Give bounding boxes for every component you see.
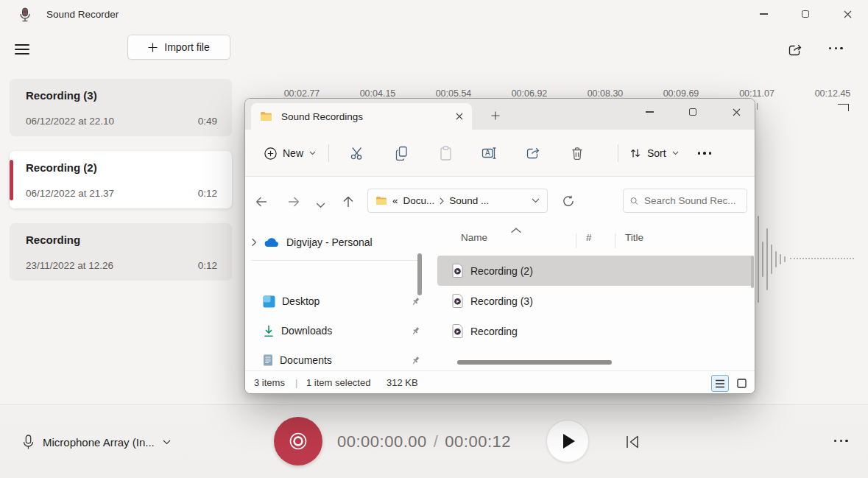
column-header-number[interactable]: #: [586, 232, 592, 243]
recording-name: Recording (3): [26, 89, 97, 102]
timeline-label: 00:04.15: [360, 88, 396, 99]
refresh-button[interactable]: [560, 193, 577, 209]
large-icons-view-toggle[interactable]: [733, 375, 750, 392]
transport-more-button[interactable]: [834, 440, 848, 442]
cut-button[interactable]: [344, 140, 370, 166]
status-divider: |: [295, 377, 297, 388]
search-box[interactable]: [623, 189, 747, 213]
rename-button[interactable]: A: [476, 140, 502, 166]
share-button[interactable]: [520, 140, 546, 166]
recorder-minimize-button[interactable]: [749, 1, 778, 27]
file-name: Recording (2): [470, 265, 533, 277]
up-icon[interactable]: [342, 195, 355, 208]
toolbar-more-button[interactable]: [691, 140, 718, 166]
list-scrollbar-thumb[interactable]: [751, 256, 754, 288]
delete-button[interactable]: [564, 140, 590, 166]
new-button[interactable]: New: [257, 140, 323, 166]
recording-date: 06/12/2022 at 21.37: [26, 188, 114, 199]
minimize-icon: [760, 13, 768, 14]
breadcrumb-sound-recordings[interactable]: Sound ...: [449, 195, 489, 206]
microphone-select[interactable]: Microphone Array (In...: [22, 429, 171, 455]
audio-file-icon: [452, 324, 463, 338]
maximize-icon: [802, 10, 809, 18]
column-header-title[interactable]: Title: [625, 232, 643, 243]
forward-icon[interactable]: [287, 195, 300, 208]
nav-label: Documents: [280, 354, 332, 366]
nav-item-documents[interactable]: Documents: [263, 350, 420, 370]
search-input[interactable]: [644, 195, 740, 206]
pin-icon: [411, 326, 420, 336]
nav-label: Desktop: [282, 295, 320, 307]
file-row-recording[interactable]: Recording: [437, 316, 753, 346]
microphone-label: Microphone Array (In...: [43, 436, 155, 449]
recording-item-3[interactable]: Recording 23/11/2022 at 12.26 0:12: [10, 223, 232, 281]
file-name: Recording: [470, 326, 518, 337]
new-tab-button[interactable]: [485, 106, 506, 125]
address-dropdown-chevron-icon[interactable]: [532, 198, 540, 203]
nav-scrollbar-thumb[interactable]: [417, 253, 422, 295]
tab-close-icon[interactable]: [456, 113, 463, 120]
recording-duration: 0:12: [198, 188, 217, 199]
time-display: 00:00:00.00 / 00:00:12: [337, 405, 511, 478]
copy-icon: [395, 146, 409, 161]
recording-duration: 0:49: [198, 116, 217, 127]
new-label: New: [283, 147, 303, 159]
play-icon: [562, 433, 576, 449]
back-icon[interactable]: [255, 195, 268, 208]
play-button[interactable]: [546, 420, 589, 463]
file-row-recording-3[interactable]: Recording (3): [437, 286, 753, 316]
waveform-silence-dots: [790, 258, 854, 259]
column-separator[interactable]: [576, 233, 576, 248]
record-button[interactable]: [274, 417, 322, 465]
documents-icon: [263, 354, 273, 366]
timeline-label: 00:05.54: [436, 88, 472, 99]
recent-locations-chevron-icon[interactable]: [316, 199, 325, 212]
nav-item-downloads[interactable]: Downloads: [263, 320, 420, 341]
column-separator[interactable]: [615, 233, 615, 248]
file-name: Recording (3): [470, 295, 533, 307]
time-total: 00:00:12: [445, 432, 511, 451]
recording-item-1[interactable]: Recording (3) 06/12/2022 at 22.10 0:49: [10, 79, 232, 136]
explorer-maximize-button[interactable]: [677, 99, 708, 125]
paste-button[interactable]: [432, 140, 459, 166]
expand-chevron-icon[interactable]: [251, 238, 257, 247]
nav-item-desktop[interactable]: Desktop: [263, 291, 420, 312]
explorer-close-button[interactable]: [721, 99, 752, 125]
status-selection: 1 item selected: [306, 377, 370, 388]
recorder-maximize-button[interactable]: [791, 1, 820, 27]
sound-recorder-window: Sound Recorder Import file Recording (3)…: [0, 0, 868, 478]
explorer-tab[interactable]: Sound Recordings: [251, 103, 472, 130]
address-bar[interactable]: « Docu... Sound ...: [367, 189, 548, 213]
sort-button[interactable]: Sort: [622, 140, 686, 166]
nav-separator: [251, 260, 420, 261]
skip-back-button[interactable]: [622, 432, 643, 452]
menu-button[interactable]: [15, 39, 37, 60]
toolbar-separator: [328, 144, 329, 162]
breadcrumb-documents[interactable]: Docu...: [403, 195, 435, 206]
refresh-icon: [562, 195, 574, 207]
details-view-toggle[interactable]: [711, 375, 729, 392]
nav-label: Downloads: [281, 325, 332, 337]
explorer-minimize-button[interactable]: [634, 99, 665, 125]
import-file-button[interactable]: Import file: [127, 35, 230, 60]
recording-item-2-selected[interactable]: Recording (2) 06/12/2022 at 21.37 0:12: [10, 151, 232, 208]
recorder-more-button[interactable]: [829, 47, 843, 49]
recorder-share-button[interactable]: [782, 41, 808, 60]
timeline-end-marker: [838, 104, 849, 111]
column-header-name[interactable]: Name: [461, 232, 487, 243]
import-file-label: Import file: [164, 41, 209, 53]
breadcrumb-overflow[interactable]: «: [392, 195, 398, 206]
minimize-icon: [646, 111, 654, 112]
waveform[interactable]: [758, 213, 786, 306]
copy-button[interactable]: [388, 140, 414, 166]
folder-icon: [260, 111, 272, 122]
file-explorer-window: Sound Recordings New: [244, 98, 755, 394]
file-row-recording-2[interactable]: Recording (2): [437, 256, 753, 286]
horizontal-scrollbar-thumb[interactable]: [457, 360, 612, 365]
recorder-close-button[interactable]: [833, 1, 862, 27]
timeline-label: 00:09.69: [663, 88, 699, 99]
chevron-down-icon: [672, 151, 679, 155]
nav-item-onedrive[interactable]: Digvijay - Personal: [251, 232, 409, 253]
plus-icon: [148, 43, 158, 52]
recording-name: Recording: [26, 233, 80, 246]
